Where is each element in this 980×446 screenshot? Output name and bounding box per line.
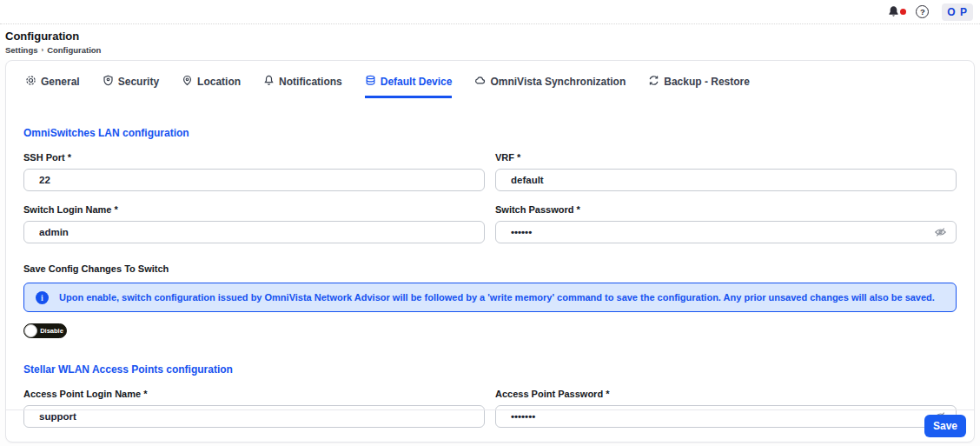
tab-omnivista-synchronization[interactable]: OmniVista Synchronization bbox=[474, 75, 626, 98]
toggle-label: Disable bbox=[37, 327, 66, 335]
save-config-toggle[interactable]: Disable bbox=[23, 323, 67, 338]
tab-backup-restore[interactable]: Backup - Restore bbox=[648, 75, 750, 98]
alert-dot bbox=[900, 9, 906, 15]
tab-general[interactable]: General bbox=[25, 75, 80, 98]
shield-icon bbox=[103, 75, 114, 89]
tab-label: General bbox=[41, 76, 80, 88]
ap-password-label: Access Point Password * bbox=[495, 389, 957, 399]
wlan-section-title: Stellar WLAN Access Points configuration bbox=[23, 363, 957, 376]
question-mark-icon: ? bbox=[920, 7, 925, 17]
breadcrumb: Settings › Configuration bbox=[5, 45, 980, 60]
cloud-icon bbox=[474, 75, 486, 89]
toggle-knob[interactable] bbox=[24, 324, 37, 337]
ssh-port-label: SSH Port * bbox=[23, 152, 485, 163]
card-footer: Save bbox=[6, 409, 974, 442]
top-bar: ? O P bbox=[0, 0, 980, 24]
eye-slash-icon[interactable] bbox=[934, 226, 947, 239]
user-badge[interactable]: O P bbox=[942, 3, 973, 21]
vrf-input[interactable] bbox=[495, 169, 957, 191]
vrf-field: VRF * bbox=[495, 152, 957, 191]
bell-icon bbox=[263, 75, 275, 89]
switch-login-input[interactable] bbox=[23, 221, 485, 243]
page-header: Configuration Settings › Configuration bbox=[0, 24, 980, 60]
tab-label: Security bbox=[118, 76, 159, 88]
ap-login-label: Access Point Login Name * bbox=[23, 389, 485, 399]
save-config-label: Save Config Changes To Switch bbox=[23, 263, 957, 274]
bell-icon bbox=[887, 6, 900, 21]
page-title: Configuration bbox=[5, 30, 980, 43]
vrf-label: VRF * bbox=[495, 152, 957, 163]
ssh-port-input[interactable] bbox=[23, 169, 485, 191]
tab-label: Default Device bbox=[381, 76, 453, 88]
sync-icon bbox=[648, 75, 659, 89]
info-banner-text: Upon enable, switch configuration issued… bbox=[59, 292, 935, 303]
switch-password-input[interactable] bbox=[495, 221, 957, 243]
save-button[interactable]: Save bbox=[924, 415, 966, 437]
tab-location[interactable]: Location bbox=[182, 75, 241, 98]
location-pin-icon bbox=[182, 75, 193, 89]
breadcrumb-separator: › bbox=[41, 46, 43, 54]
database-icon bbox=[365, 75, 376, 89]
tab-notifications[interactable]: Notifications bbox=[263, 75, 342, 98]
tab-label: Notifications bbox=[279, 76, 342, 88]
configuration-card: General Security Location bbox=[5, 60, 975, 443]
switch-login-field: Switch Login Name * bbox=[23, 204, 485, 243]
gear-icon bbox=[25, 75, 36, 89]
tab-label: Location bbox=[197, 76, 241, 88]
info-icon: i bbox=[36, 291, 49, 304]
ssh-port-field: SSH Port * bbox=[23, 152, 485, 191]
switch-password-field: Switch Password * bbox=[495, 204, 957, 243]
tab-bar: General Security Location bbox=[6, 61, 974, 98]
switch-password-label: Switch Password * bbox=[495, 204, 957, 215]
tab-default-device[interactable]: Default Device bbox=[365, 75, 453, 98]
breadcrumb-configuration: Configuration bbox=[47, 45, 101, 55]
tab-label: OmniVista Synchronization bbox=[490, 76, 626, 88]
tab-security[interactable]: Security bbox=[103, 75, 159, 98]
info-banner: i Upon enable, switch configuration issu… bbox=[23, 283, 957, 312]
breadcrumb-settings[interactable]: Settings bbox=[5, 45, 37, 55]
notifications-button[interactable] bbox=[887, 5, 903, 19]
switch-login-label: Switch Login Name * bbox=[23, 204, 485, 215]
help-button[interactable]: ? bbox=[916, 5, 929, 18]
lan-section-title: OmniSwitches LAN configuration bbox=[23, 127, 957, 139]
tab-label: Backup - Restore bbox=[664, 76, 750, 88]
